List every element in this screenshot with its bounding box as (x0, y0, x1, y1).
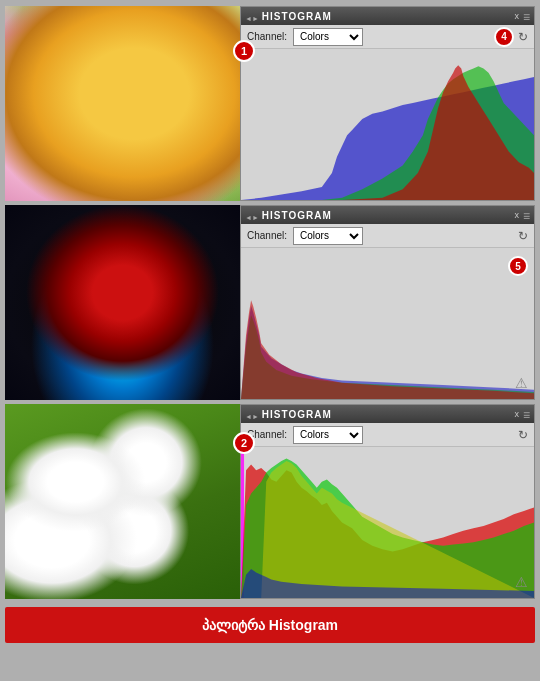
controls-right-2: ↻ (518, 229, 528, 243)
warning-icon-3: ⚠ (515, 574, 528, 590)
titlebar-2: HISTOGRAM x (241, 206, 534, 224)
expand-arrow-3[interactable] (245, 405, 259, 423)
badge-4: 4 (494, 27, 514, 47)
histogram-title-1: HISTOGRAM (262, 11, 332, 22)
channel-select-2[interactable]: Colors (293, 227, 363, 245)
controls-row-1: Channel: Colors 4 ↻ (241, 25, 534, 49)
histogram-graph-3: ⚠ (241, 447, 534, 598)
red-rose-image (5, 205, 240, 400)
badge-2: 2 (233, 432, 255, 454)
daisies-image (5, 404, 240, 599)
histogram-panel-2: HISTOGRAM x Channel: Colors ↻ (240, 205, 535, 400)
histogram-title-3: HISTOGRAM (262, 409, 332, 420)
titlebar-1: HISTOGRAM x (241, 7, 534, 25)
title-right-3: x (514, 405, 530, 423)
histogram-panel-1: HISTOGRAM x Channel: Colors 4 ↻ (240, 6, 535, 201)
title-close-1[interactable]: x (514, 11, 519, 21)
channel-select-3[interactable]: Colors (293, 426, 363, 444)
controls-row-3: Channel: Colors ↻ (241, 423, 534, 447)
menu-icon-3[interactable] (523, 405, 530, 423)
refresh-icon-2[interactable]: ↻ (518, 229, 528, 243)
controls-right-3: ↻ (518, 428, 528, 442)
warning-icon-2: ⚠ (515, 375, 528, 391)
menu-icon-1[interactable] (523, 7, 530, 25)
histogram-svg-1 (241, 49, 534, 200)
histogram-title-2: HISTOGRAM (262, 210, 332, 221)
channel-select-1[interactable]: Colors (293, 28, 363, 46)
histogram-panel-3: HISTOGRAM x Channel: Colors ↻ (240, 404, 535, 599)
badge-1: 1 (233, 40, 255, 62)
title-right-1: x (514, 7, 530, 25)
badge-5: 5 (508, 256, 528, 276)
channel-label-1: Channel: (247, 31, 287, 42)
histogram-svg-2 (241, 248, 534, 399)
panel-row-3: HISTOGRAM x Channel: Colors ↻ (5, 404, 535, 599)
controls-right-1: 4 ↻ (494, 27, 528, 47)
title-left-1: HISTOGRAM (245, 7, 332, 25)
footer-bar: პალიტრა Histogram (5, 607, 535, 643)
title-left-3: HISTOGRAM (245, 405, 332, 423)
titlebar-3: HISTOGRAM x (241, 405, 534, 423)
panel-row-1: HISTOGRAM x Channel: Colors 4 ↻ (5, 6, 535, 201)
controls-row-2: Channel: Colors ↻ (241, 224, 534, 248)
title-right-2: x (514, 206, 530, 224)
photo-daisies (5, 404, 240, 599)
panel-row-2: HISTOGRAM x Channel: Colors ↻ (5, 205, 535, 400)
histogram-graph-2: 5 ⚠ (241, 248, 534, 399)
menu-icon-2[interactable] (523, 206, 530, 224)
expand-arrow-1[interactable] (245, 7, 259, 25)
refresh-icon-1[interactable]: ↻ (518, 30, 528, 44)
title-left-2: HISTOGRAM (245, 206, 332, 224)
main-container: HISTOGRAM x Channel: Colors 4 ↻ (0, 0, 540, 681)
yellow-rose-image (5, 6, 240, 201)
expand-arrow-2[interactable] (245, 206, 259, 224)
footer-text: პალიტრა Histogram (202, 617, 338, 633)
histogram-graph-1 (241, 49, 534, 200)
photo-red-rose (5, 205, 240, 400)
histogram-svg-3 (241, 447, 534, 598)
photo-yellow-rose (5, 6, 240, 201)
channel-label-2: Channel: (247, 230, 287, 241)
title-close-3[interactable]: x (514, 409, 519, 419)
refresh-icon-3[interactable]: ↻ (518, 428, 528, 442)
title-close-2[interactable]: x (514, 210, 519, 220)
